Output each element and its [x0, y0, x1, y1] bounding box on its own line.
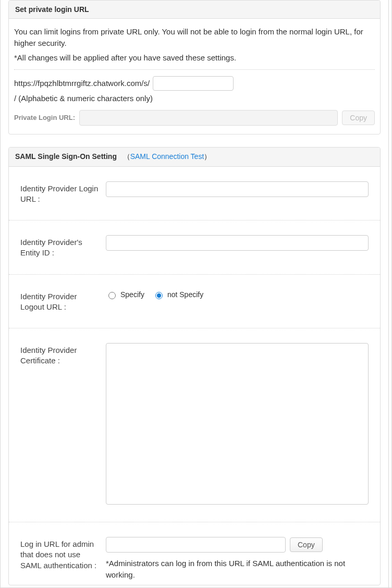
input-admin-login-url[interactable]: [106, 537, 286, 553]
panel-saml-settings: SAML Single Sign-On Setting （SAML Connec…: [8, 147, 381, 585]
panel-heading-saml: SAML Single Sign-On Setting （SAML Connec…: [9, 148, 380, 167]
row-idp-login-url: Identity Provider Login URL :: [9, 167, 380, 221]
label-idp-logout-url: Identity Provider Logout URL :: [20, 289, 99, 313]
paren-open: （: [123, 152, 130, 161]
copy-button[interactable]: Copy: [342, 111, 375, 125]
radio-not-specify-text: not Specify: [167, 290, 203, 299]
input-idp-login-url[interactable]: [106, 181, 369, 197]
panel-title: Set private login URL: [15, 5, 89, 14]
saml-connection-test-link[interactable]: SAML Connection Test: [130, 152, 204, 161]
private-login-description: You can limit logins from private URL on…: [14, 26, 375, 49]
panel-private-login-url: Set private login URL You can limit logi…: [8, 0, 381, 134]
row-idp-logout-url: Identity Provider Logout URL : Specify n…: [9, 275, 380, 329]
label-idp-entity-id: Identity Provider's Entity ID :: [20, 235, 99, 259]
private-login-note: *All changes will be applied after you h…: [14, 53, 375, 62]
row-idp-certificate: Identity Provider Certificate :: [9, 328, 380, 522]
private-url-slug-input[interactable]: [153, 76, 234, 91]
radio-specify[interactable]: [108, 292, 116, 299]
url-suffix: / (Alphabetic & numeric characters only): [14, 94, 153, 103]
private-url-copy-label: Private Login URL:: [14, 114, 75, 121]
url-prefix: https://fpqzhlbtmrrgiftz.chatwork.com/s/: [14, 79, 150, 88]
radio-not-specify-label[interactable]: not Specify: [153, 290, 203, 299]
private-url-input-row: https://fpqzhlbtmrrgiftz.chatwork.com/s/…: [14, 76, 375, 103]
row-idp-entity-id: Identity Provider's Entity ID :: [9, 220, 380, 275]
radio-not-specify[interactable]: [155, 292, 163, 299]
admin-copy-button[interactable]: Copy: [290, 537, 323, 552]
radio-group-logout: Specify not Specify: [106, 289, 369, 299]
row-admin-login-url: Log in URL for admin that does not use S…: [9, 522, 380, 585]
private-url-copy-row: Private Login URL: Copy: [14, 110, 375, 126]
admin-login-note: *Administrators can log in from this URL…: [106, 558, 369, 581]
label-idp-login-url: Identity Provider Login URL :: [20, 181, 99, 205]
radio-specify-label[interactable]: Specify: [106, 290, 144, 299]
panel-title-saml: SAML Single Sign-On Setting: [15, 152, 117, 161]
label-admin-login-url: Log in URL for admin that does not use S…: [20, 537, 99, 571]
panel-heading-private-login: Set private login URL: [9, 1, 380, 19]
textarea-idp-certificate[interactable]: [106, 343, 369, 505]
admin-url-row: Copy: [106, 537, 369, 553]
paren-close: ）: [204, 152, 211, 161]
label-idp-certificate: Identity Provider Certificate :: [20, 343, 99, 366]
radio-specify-text: Specify: [120, 290, 144, 299]
separator: [14, 69, 375, 70]
right-border-stripe: [388, 0, 391, 587]
private-url-readonly-input[interactable]: [79, 110, 338, 126]
input-idp-entity-id[interactable]: [106, 235, 369, 251]
